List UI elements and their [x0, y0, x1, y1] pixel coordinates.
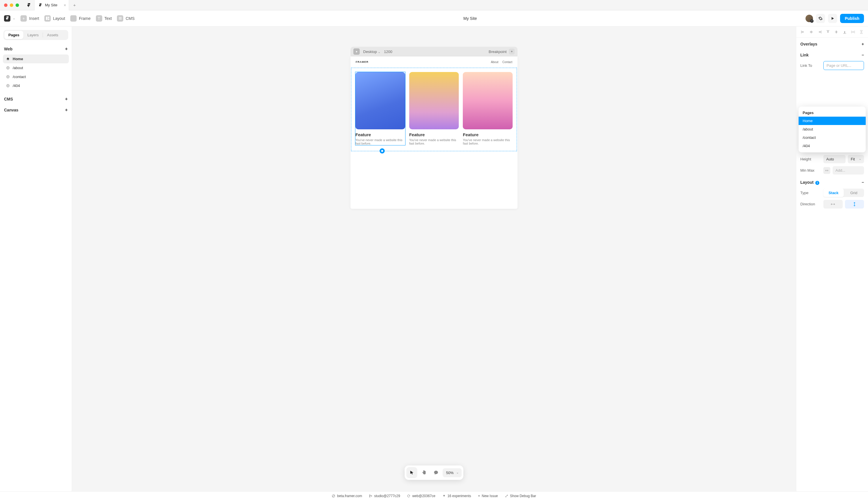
status-debug[interactable]: Show Debug Bar [505, 494, 536, 498]
svg-rect-4 [119, 18, 122, 19]
svg-rect-21 [851, 31, 852, 33]
page-home[interactable]: Home [3, 55, 69, 64]
svg-rect-20 [844, 31, 845, 33]
info-icon[interactable]: i [815, 181, 819, 185]
cms-icon [117, 15, 123, 22]
settings-button[interactable] [816, 14, 825, 23]
section-layout: Layouti − [796, 176, 868, 187]
canvas[interactable]: Desktop ⌄ 1200 Breakpoint + FRAMER About… [72, 26, 796, 491]
window-controls [0, 3, 23, 7]
popup-item-404[interactable]: /404 [799, 142, 866, 150]
card-title: Feature [409, 132, 459, 137]
minmax-input[interactable]: Add... [833, 166, 864, 174]
tab-layers[interactable]: Layers [23, 31, 43, 39]
align-top[interactable] [824, 29, 832, 35]
tab-my-site[interactable]: My Site × [35, 0, 69, 10]
svg-rect-26 [860, 32, 862, 33]
web-label: Web [4, 47, 12, 51]
plus-icon: + [478, 494, 480, 498]
svg-rect-25 [860, 33, 863, 34]
align-bottom[interactable] [841, 29, 848, 35]
svg-rect-1 [48, 17, 49, 18]
layout-label: Layout [53, 16, 65, 21]
frame-button[interactable]: Frame [70, 15, 90, 22]
denied-icon [332, 494, 335, 498]
site-nav-contact: Contact [503, 60, 512, 64]
maximize-window[interactable] [15, 3, 19, 7]
new-tab-button[interactable]: + [69, 3, 80, 8]
left-tabs: Pages Layers Assets [3, 30, 68, 40]
layout-button[interactable]: Layout [44, 15, 65, 22]
zoom-select[interactable]: 50% ⌄ [443, 468, 462, 477]
minimize-window[interactable] [10, 3, 13, 7]
tab-pages[interactable]: Pages [4, 31, 23, 39]
height-input[interactable]: Auto [823, 155, 846, 163]
svg-rect-9 [801, 31, 801, 34]
feature-card-3[interactable]: Feature You've never made a website this… [463, 72, 513, 145]
collapse-layout-button[interactable]: − [862, 180, 864, 185]
tab-close-icon[interactable]: × [64, 3, 66, 8]
svg-rect-0 [46, 17, 47, 20]
popup-item-about[interactable]: /about [799, 125, 866, 133]
pointer-tool[interactable] [406, 467, 417, 478]
add-breakpoint-button[interactable]: + [509, 49, 515, 55]
distribute-v[interactable] [857, 29, 865, 35]
align-center-h[interactable] [808, 29, 815, 35]
artboard-home[interactable]: FRAMER About Contact Feature You've neve… [351, 56, 517, 209]
align-center-v[interactable] [833, 29, 840, 35]
layout-grid[interactable]: Grid [844, 189, 864, 197]
selected-grid[interactable]: Feature You've never made a website this… [351, 68, 517, 151]
page-contact[interactable]: /contact [3, 72, 69, 81]
preview-artboard-button[interactable] [353, 48, 360, 55]
popup-item-home[interactable]: Home [799, 117, 866, 125]
selection-handle[interactable] [379, 148, 385, 154]
publish-button[interactable]: Publish [840, 14, 864, 23]
status-experiments[interactable]: 16 experiments [442, 494, 471, 498]
height-label: Height [800, 157, 821, 161]
page-404[interactable]: /404 [3, 81, 69, 90]
svg-rect-10 [802, 31, 804, 33]
collapse-link-button[interactable]: − [862, 53, 864, 57]
cms-label: CMS [126, 16, 135, 21]
add-canvas-button[interactable]: + [65, 107, 68, 113]
app-menu-button[interactable]: ⌄ [4, 15, 15, 22]
status-studio[interactable]: studio@2777c29 [369, 494, 400, 498]
sync-icon [407, 494, 410, 498]
direction-horizontal[interactable] [823, 200, 843, 208]
close-window[interactable] [4, 3, 8, 7]
page-about[interactable]: /about [3, 64, 69, 72]
preview-button[interactable] [828, 14, 837, 23]
add-overlay-button[interactable]: + [862, 42, 864, 46]
height-unit-select[interactable]: Fit [848, 155, 864, 163]
comment-tool[interactable] [431, 467, 442, 478]
card-desc: You've never made a website this fast be… [409, 138, 459, 145]
card-title: Feature [355, 132, 405, 137]
align-right[interactable] [816, 29, 824, 35]
breakpoint-mode[interactable]: Desktop ⌄ [363, 49, 380, 54]
hand-tool[interactable] [419, 467, 430, 478]
align-left[interactable] [799, 29, 807, 35]
layout-stack[interactable]: Stack [823, 189, 844, 197]
home-icon [6, 57, 10, 61]
feature-card-2[interactable]: Feature You've never made a website this… [409, 72, 459, 145]
section-canvas: Canvas + [0, 104, 72, 115]
direction-vertical[interactable] [845, 200, 864, 208]
globe-icon [6, 66, 10, 70]
user-avatar[interactable]: + [806, 15, 813, 22]
card-image [409, 72, 459, 129]
status-new-issue[interactable]: + New Issue [478, 494, 498, 498]
pointer-icon [409, 470, 414, 475]
tab-assets[interactable]: Assets [43, 31, 62, 39]
feature-card-1[interactable]: Feature You've never made a website this… [355, 72, 405, 145]
insert-button[interactable]: + Insert [21, 15, 39, 22]
status-web[interactable]: web@20367ce [407, 494, 435, 498]
distribute-h[interactable] [849, 29, 857, 35]
add-page-button[interactable]: + [65, 46, 68, 52]
cms-button[interactable]: CMS [117, 15, 135, 22]
text-button[interactable]: T Text [96, 15, 112, 22]
link-to-input[interactable]: Page or URL... [823, 61, 864, 70]
add-cms-button[interactable]: + [65, 96, 68, 102]
frame-label: Frame [79, 16, 90, 21]
status-host[interactable]: beta.framer.com [332, 494, 362, 498]
popup-item-contact[interactable]: /contact [799, 133, 866, 142]
